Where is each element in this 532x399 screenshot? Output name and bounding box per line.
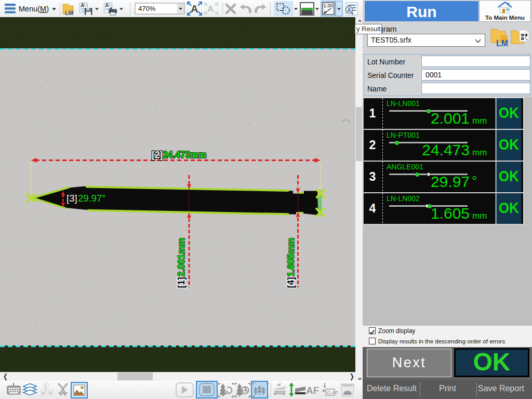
svg-text:Menu(M): Menu(M): [19, 5, 49, 13]
svg-text:AF: AF: [306, 385, 319, 396]
svg-text:LM: LM: [496, 39, 508, 48]
svg-text:LM: LM: [65, 10, 73, 16]
svg-text:A: A: [105, 3, 109, 8]
svg-text:A: A: [207, 4, 214, 14]
svg-text:[3]: [3]: [66, 193, 77, 204]
svg-text:24.473mm: 24.473mm: [163, 150, 207, 160]
svg-text:[4]: [4]: [286, 277, 296, 288]
svg-text:29.97°: 29.97°: [78, 193, 106, 204]
svg-text:470%: 470%: [138, 5, 156, 12]
svg-text:[2]: [2]: [152, 150, 163, 160]
svg-text:2.001mm: 2.001mm: [176, 238, 187, 277]
svg-text:1.605mm: 1.605mm: [286, 238, 296, 277]
svg-text:T: T: [45, 383, 47, 388]
svg-text:A: A: [81, 3, 84, 8]
svg-text:A: A: [348, 7, 351, 13]
svg-text:A: A: [191, 3, 198, 15]
svg-text:1.00: 1.00: [324, 3, 334, 8]
svg-text:[1]: [1]: [176, 277, 187, 288]
svg-text:C-AF: C-AF: [327, 390, 338, 395]
